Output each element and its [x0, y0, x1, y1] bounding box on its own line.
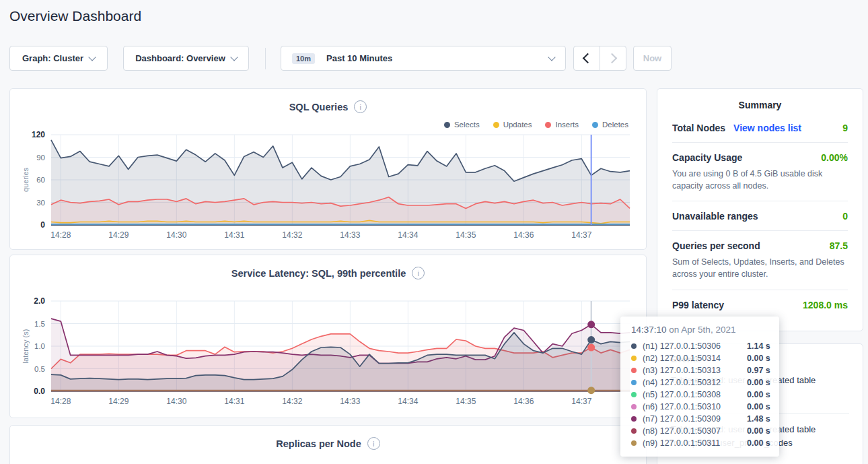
node-color-dot-icon	[631, 440, 637, 446]
svg-text:14:30: 14:30	[166, 397, 186, 406]
summary-metric-value: 87.5	[830, 240, 848, 251]
svg-text:14:31: 14:31	[224, 397, 244, 406]
toolbar-divider	[265, 48, 266, 69]
svg-text:14:35: 14:35	[456, 230, 476, 240]
node-color-dot-icon	[631, 380, 637, 385]
chevron-left-icon	[583, 53, 593, 64]
node-color-dot-icon	[631, 368, 637, 373]
svg-text:14:36: 14:36	[513, 230, 534, 240]
now-button[interactable]: Now	[633, 46, 672, 71]
summary-metric-description: Sum of Selects, Updates, Inserts, and De…	[672, 256, 848, 280]
node-color-dot-icon	[631, 392, 637, 397]
svg-text:90: 90	[36, 154, 45, 162]
tooltip-node-row: (n6) 127.0.0.1:50310 0.00 s	[631, 401, 771, 413]
chart-title-replicas-per-node: Replicas per Node i	[10, 437, 646, 450]
node-color-dot-icon	[631, 343, 637, 349]
graph-selector-label: Graph: Cluster	[22, 53, 83, 63]
summary-metric-value: 0.00%	[821, 152, 848, 163]
svg-text:1.0: 1.0	[34, 342, 45, 350]
view-nodes-list-link[interactable]: View nodes list	[733, 123, 801, 133]
sql-queries-panel: SQL Queries i Selects Updates Inserts De…	[9, 88, 647, 250]
svg-text:14:34: 14:34	[398, 397, 418, 406]
dashboard-selector-dropdown[interactable]: Dashboard: Overview	[123, 46, 249, 71]
time-next-button[interactable]	[600, 46, 626, 71]
time-range-badge: 10m	[292, 53, 315, 64]
svg-text:14:32: 14:32	[282, 397, 302, 406]
summary-metric-label: Queries per second	[672, 240, 760, 251]
svg-text:1.5: 1.5	[34, 320, 45, 328]
node-color-dot-icon	[631, 404, 637, 409]
tooltip-node-row: (n4) 127.0.0.1:50312 0.00 s	[631, 376, 771, 389]
summary-rows: Total Nodes View nodes list 9 Capacity U…	[657, 113, 863, 319]
svg-text:14:32: 14:32	[282, 230, 302, 240]
svg-text:14:33: 14:33	[340, 230, 360, 240]
svg-text:14:29: 14:29	[108, 397, 129, 406]
summary-panel: Summary Total Nodes View nodes list 9 Ca…	[657, 88, 863, 331]
chevron-down-icon	[548, 53, 555, 61]
summary-metric-label: Total Nodes	[672, 123, 725, 133]
svg-text:0.0: 0.0	[34, 387, 45, 396]
svg-text:30: 30	[36, 199, 45, 207]
tooltip-node-row: (n2) 127.0.0.1:50314 0.00 s	[631, 352, 771, 364]
svg-text:0: 0	[40, 220, 45, 230]
summary-metric-value: 9	[842, 123, 848, 133]
summary-row: Queries per second 87.5 Sum of Selects, …	[672, 230, 848, 289]
chart-hover-tooltip: 14:37:10 on Apr 5th, 2021 (n1) 127.0.0.1…	[620, 317, 779, 457]
summary-title: Summary	[657, 89, 863, 113]
svg-text:queries: queries	[22, 167, 30, 192]
node-color-dot-icon	[631, 416, 637, 422]
sql-queries-chart[interactable]: 14:2814:2914:3014:3114:3214:3314:3414:35…	[10, 89, 646, 249]
page-title: Overview Dashboard	[9, 8, 141, 24]
svg-text:14:34: 14:34	[398, 230, 418, 240]
tooltip-node-row: (n8) 127.0.0.1:50307 0.00 s	[631, 425, 771, 437]
chevron-down-icon	[230, 53, 238, 61]
info-icon[interactable]: i	[367, 437, 380, 450]
replicas-per-node-panel: Replicas per Node i	[9, 425, 647, 464]
tooltip-node-row: (n9) 127.0.0.1:50311 0.00 s	[631, 437, 771, 449]
svg-text:120: 120	[32, 130, 45, 139]
svg-text:14:28: 14:28	[50, 230, 71, 240]
summary-metric-value: 0	[842, 211, 848, 222]
node-color-dot-icon	[631, 356, 637, 361]
svg-text:latency (s): latency (s)	[22, 329, 30, 364]
svg-text:14:33: 14:33	[340, 397, 360, 406]
summary-metric-description: You are using 0 B of 4.5 GiB usable disk…	[672, 168, 848, 192]
svg-text:14:29: 14:29	[108, 230, 129, 240]
svg-text:14:30: 14:30	[166, 230, 186, 240]
tooltip-node-row: (n5) 127.0.0.1:50308 0.00 s	[631, 389, 771, 401]
summary-metric-label: Unavailable ranges	[672, 211, 758, 222]
tooltip-node-row: (n3) 127.0.0.1:50313 0.97 s	[631, 364, 771, 376]
time-range-dropdown[interactable]: 10m Past 10 Minutes	[281, 46, 566, 71]
tooltip-node-row: (n7) 127.0.0.1:50309 1.48 s	[631, 413, 771, 425]
svg-text:14:35: 14:35	[456, 397, 476, 406]
summary-row: P99 latency 1208.0 ms	[672, 290, 848, 319]
time-range-label: Past 10 Minutes	[326, 53, 392, 63]
service-latency-chart[interactable]: 14:2814:2914:3014:3114:3214:3314:3414:35…	[10, 255, 646, 418]
service-latency-panel: Service Latency: SQL, 99th percentile i …	[9, 255, 647, 418]
tooltip-node-rows: (n1) 127.0.0.1:50306 1.14 s (n2) 127.0.0…	[631, 340, 771, 449]
summary-metric-label: P99 latency	[672, 300, 724, 310]
summary-metric-value: 1208.0 ms	[803, 300, 848, 310]
chevron-right-icon	[607, 53, 618, 64]
summary-row: Unavailable ranges 0	[672, 201, 848, 230]
chevron-down-icon	[88, 53, 96, 61]
node-color-dot-icon	[631, 428, 637, 434]
now-button-label: Now	[643, 53, 661, 63]
dashboard-selector-label: Dashboard: Overview	[135, 53, 225, 63]
time-prev-button[interactable]	[573, 46, 600, 71]
svg-text:14:37: 14:37	[571, 397, 591, 406]
tooltip-node-row: (n1) 127.0.0.1:50306 1.14 s	[631, 340, 771, 352]
summary-metric-label: Capacity Usage	[672, 152, 742, 163]
svg-text:0.5: 0.5	[34, 365, 45, 373]
svg-text:60: 60	[36, 176, 45, 184]
svg-text:2.0: 2.0	[34, 296, 45, 306]
svg-text:14:37: 14:37	[571, 230, 591, 240]
svg-text:14:36: 14:36	[513, 397, 534, 406]
svg-text:14:28: 14:28	[50, 397, 71, 406]
overview-dashboard-page: Overview Dashboard Graph: Cluster Dashbo…	[0, 0, 868, 464]
graph-selector-dropdown[interactable]: Graph: Cluster	[9, 46, 108, 71]
svg-text:14:31: 14:31	[224, 230, 244, 240]
tooltip-timestamp: 14:37:10 on Apr 5th, 2021	[631, 325, 771, 335]
summary-row: Total Nodes View nodes list 9	[672, 113, 848, 142]
summary-row: Capacity Usage 0.00% You are using 0 B o…	[672, 142, 848, 201]
